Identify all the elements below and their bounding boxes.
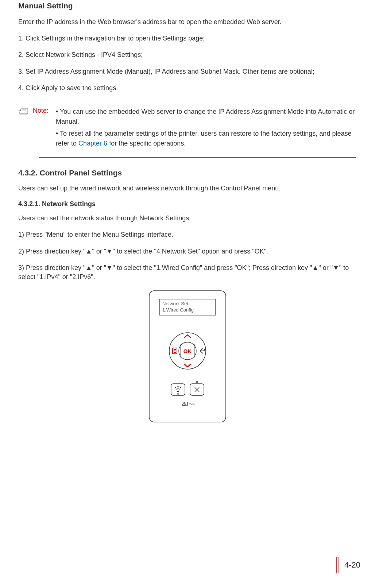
svg-point-15 [178, 391, 179, 392]
control-panel-diagram: Network Set 1.Wired Config OK [18, 289, 357, 429]
ok-button-label: OK [183, 348, 192, 354]
indicator-dot [177, 393, 179, 395]
heading-manual-setting: Manual Setting [18, 1, 357, 10]
step-3: 3. Set IP Address Assignment Mode (Manua… [18, 67, 357, 76]
display-line2: 1.Wired Config [162, 307, 194, 313]
note-text: for the specific operations. [107, 140, 186, 147]
step-1: 1. Click Settings in the navigation bar … [18, 34, 357, 43]
heading-4321: 4.3.2.1. Network Settings [18, 200, 357, 208]
display-line1: Network Set [162, 301, 188, 306]
note-label: Note: [33, 107, 49, 115]
note-box: Note: • You can use the embedded Web ser… [39, 100, 356, 158]
chapter-link[interactable]: Chapter 6 [78, 140, 107, 147]
page-number: 4-20 [344, 560, 360, 570]
paragraph: Users can set the network status through… [18, 214, 357, 223]
heading-432: 4.3.2. Control Panel Settings [18, 169, 357, 177]
step-2: 2) Press direction key "▲" or "▼" to sel… [18, 247, 357, 256]
step-2: 2. Select Network Settings - IPV4 Settin… [18, 50, 357, 59]
note-content: • You can use the embedded Web server to… [56, 107, 356, 151]
note-icon [18, 107, 29, 115]
step-4: 4. Click Apply to save the settings. [18, 84, 357, 93]
note-bullet-1: • You can use the embedded Web server to… [56, 107, 356, 127]
step-1: 1) Press "Menu" to enter the Menu Settin… [18, 230, 357, 239]
paragraph: Users can set up the wired network and w… [18, 184, 357, 193]
paragraph: Enter the IP address in the Web browser'… [18, 18, 357, 27]
svg-point-3 [19, 111, 20, 111]
footer-bars-icon [335, 557, 339, 573]
step-3: 3) Press direction key "▲" or "▼" to sel… [18, 263, 357, 282]
note-bullet-2: • To reset all the parameter settings of… [56, 129, 356, 148]
page-footer: 4-20 [335, 557, 360, 573]
